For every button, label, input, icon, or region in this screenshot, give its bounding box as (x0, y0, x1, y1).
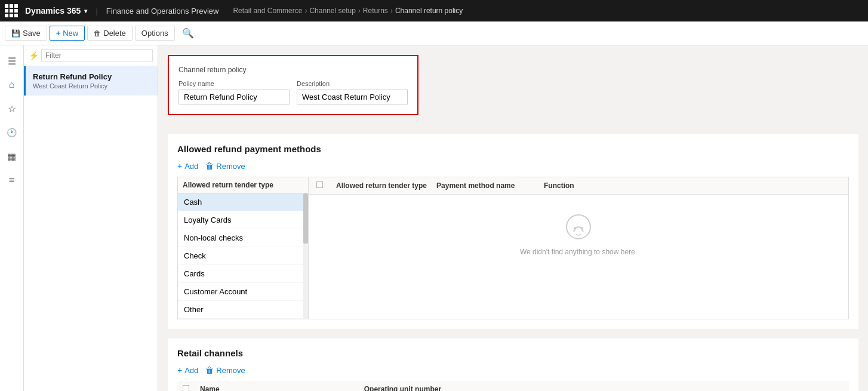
app-launcher-button[interactable] (5, 4, 18, 17)
list-scroll: Return Refund Policy West Coast Return P… (24, 66, 158, 391)
retail-select-all-checkbox[interactable] (183, 385, 190, 391)
refund-right-panel: Allowed return tender type Payment metho… (309, 177, 849, 319)
refund-remove-button[interactable]: 🗑 Remove (205, 161, 245, 171)
payment-list-scrollbar-thumb (303, 193, 308, 244)
options-button[interactable]: Options (135, 26, 175, 41)
menu-icon: ☰ (8, 56, 16, 67)
new-label: New (63, 29, 78, 38)
save-label: Save (23, 29, 41, 38)
payment-method-list-container: Allowed return tender type Cash Loyalty … (177, 177, 309, 319)
retail-unit-col: Operating unit number (359, 381, 849, 391)
refund-section: Allowed refund payment methods + Add 🗑 R… (168, 134, 858, 329)
filter-button[interactable]: ⚡ (29, 51, 39, 60)
list-panel-toolbar: ⚡ (24, 45, 158, 66)
list-panel: ⚡ Return Refund Policy West Coast Return… (24, 45, 158, 391)
list-item-title: Return Refund Policy (33, 72, 150, 81)
filter-input[interactable] (41, 49, 153, 62)
sidebar-item-recent[interactable]: 🕐 (1, 122, 23, 143)
sidebar-item-menu[interactable]: ☰ (1, 50, 23, 72)
sidebar-item-workspaces[interactable]: ▦ (1, 146, 23, 167)
payment-method-cash[interactable]: Cash (178, 193, 308, 211)
sidebar-item-list[interactable]: ≡ (1, 170, 23, 191)
recent-icon: 🕐 (7, 128, 17, 137)
remove-label: Remove (216, 162, 245, 171)
sidebar-item-home[interactable]: ⌂ (1, 74, 23, 96)
save-icon: 💾 (11, 29, 20, 38)
payment-method-nonlocal[interactable]: Non-local checks (178, 229, 308, 247)
breadcrumb: Retail and Commerce › Channel setup › Re… (233, 7, 463, 15)
main-layout: ☰ ⌂ ☆ 🕐 ▦ ≡ ⚡ Return Refund Policy We (0, 45, 868, 391)
add-icon: + (177, 161, 182, 171)
retail-table: Name Operating unit number (177, 381, 849, 391)
brand-title: Dynamics 365 ▾ (25, 6, 87, 16)
payment-method-check[interactable]: Check (178, 247, 308, 265)
policy-name-input[interactable] (178, 90, 290, 104)
options-label: Options (141, 29, 168, 38)
payment-method-other[interactable]: Other (178, 301, 308, 319)
retail-remove-label: Remove (216, 366, 245, 375)
retail-add-button[interactable]: + Add (177, 365, 198, 375)
star-icon: ☆ (8, 103, 16, 115)
retail-select-all-header (177, 381, 195, 391)
breadcrumb-sep1: › (304, 7, 307, 15)
payment-method-customer[interactable]: Customer Account (178, 283, 308, 301)
retail-remove-icon: 🗑 (205, 365, 214, 375)
list-item[interactable]: Return Refund Policy West Coast Return P… (24, 66, 158, 96)
delete-button[interactable]: 🗑 Delete (87, 26, 133, 41)
list-item-subtitle: West Coast Return Policy (33, 82, 150, 90)
delete-label: Delete (103, 29, 126, 38)
home-icon: ⌂ (9, 79, 15, 90)
description-field-group: Description (297, 80, 408, 104)
filter-icon: ⚡ (29, 51, 39, 60)
content-area: Channel return policy Policy name Descri… (158, 45, 868, 391)
retail-remove-button[interactable]: 🗑 Remove (205, 365, 245, 375)
search-icon: 🔍 (182, 28, 194, 38)
new-plus-icon: + (56, 29, 61, 38)
description-label: Description (297, 80, 408, 87)
payment-list-scrollbar[interactable] (303, 193, 308, 319)
empty-icon-refund (564, 213, 593, 243)
breadcrumb-returns[interactable]: Returns (363, 7, 388, 15)
svg-point-1 (574, 227, 576, 229)
refund-section-toolbar: + Add 🗑 Remove (177, 161, 849, 171)
retail-name-col: Name (195, 381, 359, 391)
refund-add-button[interactable]: + Add (177, 161, 198, 171)
retail-add-icon: + (177, 365, 182, 375)
retail-add-label: Add (184, 366, 198, 375)
breadcrumb-sep3: › (390, 7, 393, 15)
save-button[interactable]: 💾 Save (5, 26, 47, 41)
new-button[interactable]: + New (50, 26, 85, 41)
workspaces-icon: ▦ (7, 151, 16, 162)
main-toolbar: 💾 Save + New 🗑 Delete Options 🔍 (0, 21, 868, 45)
policy-fields: Policy name Description (178, 80, 408, 104)
refund-empty-state: We didn't find anything to show here. (309, 195, 848, 274)
policy-card-heading: Channel return policy (178, 66, 408, 74)
delete-icon: 🗑 (94, 29, 101, 38)
policy-name-label: Policy name (178, 80, 290, 87)
sidebar-item-favorites[interactable]: ☆ (1, 98, 23, 119)
breadcrumb-channel-setup[interactable]: Channel setup (309, 7, 355, 15)
search-button[interactable]: 🔍 (177, 25, 199, 41)
payment-method-loyalty[interactable]: Loyalty Cards (178, 211, 308, 229)
add-label: Add (184, 162, 198, 171)
payment-method-cards[interactable]: Cards (178, 265, 308, 283)
breadcrumb-retail[interactable]: Retail and Commerce (233, 7, 302, 15)
refund-select-all-checkbox[interactable] (316, 181, 324, 189)
app-name: Finance and Operations Preview (106, 7, 219, 16)
remove-icon: 🗑 (205, 161, 214, 171)
brand-chevron[interactable]: ▾ (84, 8, 87, 14)
policy-card: Channel return policy Policy name Descri… (168, 55, 418, 115)
refund-columns: Allowed return tender type Cash Loyalty … (177, 177, 849, 319)
payment-name-col: Payment method name (432, 181, 539, 190)
list-icon: ≡ (9, 175, 14, 186)
description-input[interactable] (297, 90, 408, 104)
side-icons-panel: ☰ ⌂ ☆ 🕐 ▦ ≡ (0, 45, 24, 391)
function-col: Function (539, 181, 579, 190)
breadcrumb-current: Channel return policy (395, 7, 463, 15)
svg-point-2 (581, 227, 583, 229)
breadcrumb-sep2: › (358, 7, 361, 15)
refund-section-title: Allowed refund payment methods (177, 144, 849, 154)
refund-table-header: Allowed return tender type Payment metho… (309, 177, 848, 195)
allowed-tender-col: Allowed return tender type (331, 181, 432, 190)
payment-methods-list: Cash Loyalty Cards Non-local checks Chec… (178, 193, 308, 319)
